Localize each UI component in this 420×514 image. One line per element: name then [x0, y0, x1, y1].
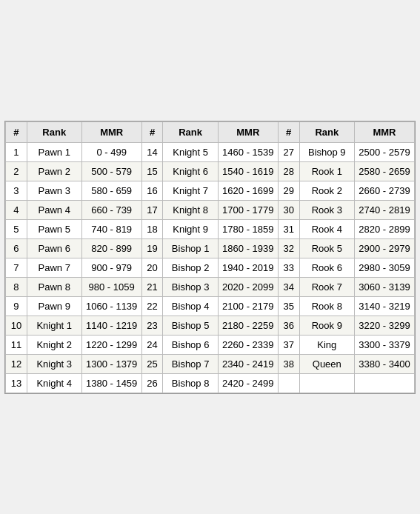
- header-col3-num: #: [278, 121, 299, 142]
- table-cell: Pawn 4: [27, 200, 81, 219]
- table-cell: 35: [278, 296, 299, 316]
- table-cell: 3380 - 3400: [354, 354, 414, 373]
- table-cell: 1220 - 1299: [81, 335, 141, 354]
- table-cell: 980 - 1059: [81, 277, 141, 296]
- table-cell: 10: [6, 316, 27, 335]
- table-row: 8Pawn 8980 - 105921Bishop 32020 - 209934…: [6, 277, 415, 296]
- table-cell: 30: [278, 200, 299, 219]
- table-cell: 5: [6, 219, 27, 238]
- header-col2-mmr: MMR: [218, 121, 278, 142]
- header-col1-num: #: [6, 121, 27, 142]
- table-cell: 740 - 819: [81, 219, 141, 238]
- table-cell: Knight 8: [163, 200, 218, 219]
- header-col2-rank: Rank: [163, 121, 218, 142]
- table-row: 10Knight 11140 - 121923Bishop 52180 - 22…: [6, 316, 415, 335]
- table-cell: 2: [6, 161, 27, 181]
- table-cell: 7: [6, 258, 27, 277]
- table-cell: Bishop 4: [163, 296, 218, 316]
- table-cell: 31: [278, 219, 299, 238]
- table-cell: 900 - 979: [81, 258, 141, 277]
- table-cell: 1780 - 1859: [218, 219, 278, 238]
- header-col3-mmr: MMR: [354, 121, 414, 142]
- table-row: 7Pawn 7900 - 97920Bishop 21940 - 201933R…: [6, 258, 415, 277]
- table-cell: Rook 3: [299, 200, 354, 219]
- table-cell: Pawn 1: [27, 142, 81, 161]
- table-cell: 33: [278, 258, 299, 277]
- table-cell: 2820 - 2899: [354, 219, 414, 238]
- table-cell: 2020 - 2099: [218, 277, 278, 296]
- table-cell: 2100 - 2179: [218, 296, 278, 316]
- table-cell: 32: [278, 238, 299, 258]
- table-cell: Knight 7: [163, 181, 218, 200]
- table-cell: 0 - 499: [81, 142, 141, 161]
- table-cell: 1300 - 1379: [81, 354, 141, 373]
- table-row: 12Knight 31300 - 137925Bishop 72340 - 24…: [6, 354, 415, 373]
- table-cell: 1540 - 1619: [218, 161, 278, 181]
- table-cell: 23: [141, 316, 163, 335]
- table-cell: Bishop 8: [163, 373, 218, 393]
- table-cell: 1620 - 1699: [218, 181, 278, 200]
- table-cell: 1700 - 1779: [218, 200, 278, 219]
- table-cell: Rook 7: [299, 277, 354, 296]
- table-cell: Rook 5: [299, 238, 354, 258]
- table-cell: Bishop 5: [163, 316, 218, 335]
- header-col1-rank: Rank: [27, 121, 81, 142]
- table-cell: 1460 - 1539: [218, 142, 278, 161]
- table-cell: [278, 373, 299, 393]
- header-row: # Rank MMR # Rank MMR # Rank MMR: [6, 121, 415, 142]
- table-row: 5Pawn 5740 - 81918Knight 91780 - 185931R…: [6, 219, 415, 238]
- table-cell: 25: [141, 354, 163, 373]
- table-cell: Knight 4: [27, 373, 81, 393]
- header-col2-num: #: [141, 121, 163, 142]
- table-cell: Bishop 7: [163, 354, 218, 373]
- table-row: 1Pawn 10 - 49914Knight 51460 - 153927Bis…: [6, 142, 415, 161]
- table-cell: King: [299, 335, 354, 354]
- table-row: 6Pawn 6820 - 89919Bishop 11860 - 193932R…: [6, 238, 415, 258]
- table-cell: 3140 - 3219: [354, 296, 414, 316]
- table-cell: 18: [141, 219, 163, 238]
- table-cell: Rook 2: [299, 181, 354, 200]
- table-cell: 500 - 579: [81, 161, 141, 181]
- table-cell: Bishop 3: [163, 277, 218, 296]
- table-cell: Knight 6: [163, 161, 218, 181]
- table-cell: 26: [141, 373, 163, 393]
- table-cell: 34: [278, 277, 299, 296]
- table-cell: Bishop 9: [299, 142, 354, 161]
- table-cell: 37: [278, 335, 299, 354]
- table-cell: 2180 - 2259: [218, 316, 278, 335]
- table-cell: Bishop 2: [163, 258, 218, 277]
- table-cell: 3300 - 3379: [354, 335, 414, 354]
- table-cell: 6: [6, 238, 27, 258]
- table-cell: 1940 - 2019: [218, 258, 278, 277]
- table-cell: Knight 3: [27, 354, 81, 373]
- table-cell: 2900 - 2979: [354, 238, 414, 258]
- table-cell: 36: [278, 316, 299, 335]
- table-row: 13Knight 41380 - 145926Bishop 82420 - 24…: [6, 373, 415, 393]
- table-cell: Rook 9: [299, 316, 354, 335]
- table-cell: 2740 - 2819: [354, 200, 414, 219]
- table-cell: 1: [6, 142, 27, 161]
- table-cell: 1140 - 1219: [81, 316, 141, 335]
- table-cell: 1060 - 1139: [81, 296, 141, 316]
- table-cell: 20: [141, 258, 163, 277]
- header-col3-rank: Rank: [299, 121, 354, 142]
- table-cell: Rook 8: [299, 296, 354, 316]
- table-cell: 27: [278, 142, 299, 161]
- table-row: 4Pawn 4660 - 73917Knight 81700 - 177930R…: [6, 200, 415, 219]
- table-cell: 2500 - 2579: [354, 142, 414, 161]
- header-col1-mmr: MMR: [81, 121, 141, 142]
- table-cell: Bishop 1: [163, 238, 218, 258]
- table-row: 11Knight 21220 - 129924Bishop 62260 - 23…: [6, 335, 415, 354]
- table-cell: 3220 - 3299: [354, 316, 414, 335]
- table-cell: Rook 4: [299, 219, 354, 238]
- table-cell: 11: [6, 335, 27, 354]
- table-cell: Rook 6: [299, 258, 354, 277]
- table-cell: 2420 - 2499: [218, 373, 278, 393]
- table-cell: 1860 - 1939: [218, 238, 278, 258]
- table-cell: 4: [6, 200, 27, 219]
- table-cell: 17: [141, 200, 163, 219]
- table-cell: 21: [141, 277, 163, 296]
- table-cell: Pawn 9: [27, 296, 81, 316]
- table-cell: Pawn 7: [27, 258, 81, 277]
- table-cell: 660 - 739: [81, 200, 141, 219]
